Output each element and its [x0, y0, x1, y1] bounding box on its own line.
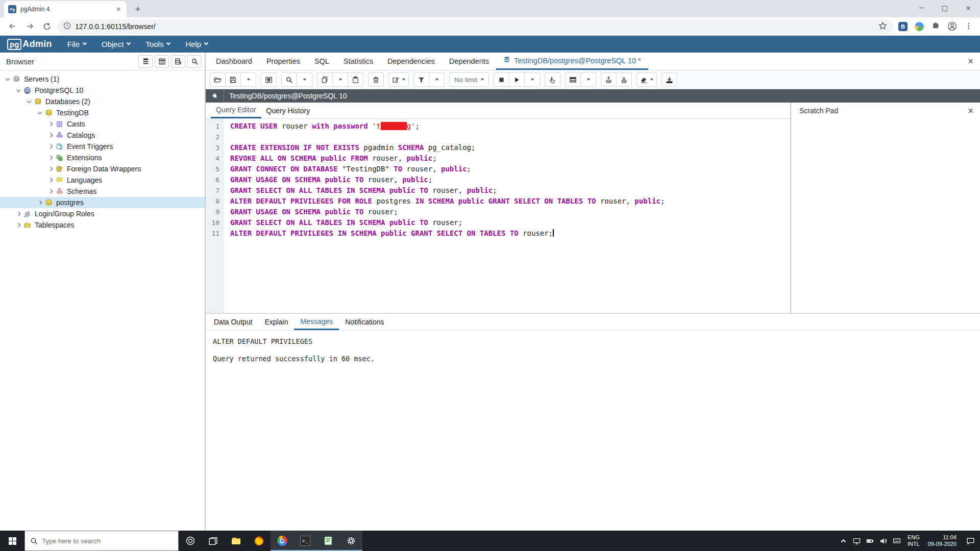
language-indicator[interactable]: ENG INTL [903, 531, 924, 551]
download-button[interactable] [662, 72, 677, 87]
filter-grid-button[interactable] [171, 55, 185, 68]
extension-b-icon[interactable]: B [896, 20, 910, 33]
expand-chevron-icon[interactable] [48, 189, 53, 193]
tray-battery-icon[interactable] [864, 531, 877, 551]
tab-dependencies[interactable]: Dependencies [380, 53, 442, 70]
expand-chevron-icon[interactable] [48, 144, 53, 148]
expand-chevron-icon[interactable] [38, 201, 42, 205]
tree-item-languages[interactable]: Languages [0, 174, 205, 186]
menu-object[interactable]: Object [102, 40, 130, 48]
tab-close-icon[interactable]: × [114, 5, 122, 13]
row-limit-select[interactable]: No limit [449, 72, 489, 87]
action-center-icon[interactable] [961, 531, 980, 551]
chrome-button[interactable] [271, 531, 293, 551]
execute-button[interactable] [509, 72, 525, 87]
search-button[interactable] [187, 55, 202, 68]
code-line[interactable]: 8ALTER DEFAULT PRIVILEGES FOR ROLE postg… [206, 196, 790, 207]
url-bar[interactable]: 127.0.0.1:60115/browser/ [57, 19, 893, 34]
bookmark-star-icon[interactable] [878, 21, 887, 32]
sql-code[interactable]: 1CREATE USER rouser with password 't g';… [206, 119, 790, 313]
code-line[interactable]: 2 [206, 132, 790, 142]
filter-button[interactable] [413, 72, 429, 87]
expand-chevron-icon[interactable] [48, 156, 53, 160]
tree-item-login-group-roles[interactable]: Login/Group Roles [0, 208, 205, 219]
collapse-chevron-icon[interactable] [27, 98, 31, 103]
url-text[interactable]: 127.0.0.1:60115/browser/ [75, 22, 874, 31]
collapse-chevron-icon[interactable] [6, 76, 10, 80]
window-maximize-button[interactable]: □ [933, 0, 957, 15]
filter-dropdown-button[interactable] [429, 72, 445, 87]
rollback-button[interactable] [616, 72, 632, 87]
open-file-button[interactable] [210, 72, 226, 87]
tree-item-servers-1-[interactable]: Servers (1) [0, 73, 205, 85]
tree-item-postgresql-10[interactable]: PostgreSQL 10 [0, 85, 205, 96]
code-line[interactable]: 7GRANT SELECT ON ALL TABLES IN SCHEMA pu… [206, 185, 790, 196]
code-line[interactable]: 11ALTER DEFAULT PRIVILEGES IN SCHEMA pub… [206, 228, 790, 239]
tab-statistics[interactable]: Statistics [336, 53, 380, 70]
window-minimize-button[interactable]: ─ [910, 0, 933, 15]
terminal-button[interactable]: >_ [293, 531, 316, 551]
site-info-icon[interactable] [63, 22, 71, 31]
tab-query-history[interactable]: Query History [261, 103, 315, 118]
notepad-button[interactable] [316, 531, 339, 551]
clear-button[interactable] [636, 72, 657, 87]
tab-data-output[interactable]: Data Output [208, 314, 259, 330]
expand-chevron-icon[interactable] [48, 133, 53, 137]
extension-globe-icon[interactable] [913, 20, 926, 33]
expand-chevron-icon[interactable] [16, 212, 20, 216]
tree-item-databases-2-[interactable]: Databases (2) [0, 96, 205, 107]
tab-properties[interactable]: Properties [259, 53, 307, 70]
browser-tab[interactable]: Pg pgAdmin 4 × [4, 1, 127, 17]
back-icon[interactable] [5, 19, 19, 34]
settings-button[interactable] [339, 531, 362, 551]
explain-options-dropdown[interactable] [580, 72, 596, 87]
execute-dropdown-button[interactable] [524, 72, 540, 87]
tree-item-testingdb[interactable]: TestingDB [0, 107, 205, 118]
browser-menu-icon[interactable] [962, 20, 975, 33]
find-dropdown-button[interactable] [297, 72, 312, 87]
collapse-chevron-icon[interactable] [16, 87, 20, 91]
tab-messages[interactable]: Messages [294, 314, 339, 330]
tab-notifications[interactable]: Notifications [339, 314, 390, 330]
tab-dependents[interactable]: Dependents [442, 53, 496, 70]
menu-file[interactable]: File [67, 40, 86, 48]
code-line[interactable]: 10GRANT SELECT ON ALL TABLES IN SCHEMA p… [206, 217, 790, 228]
start-button[interactable] [0, 531, 24, 551]
tray-keyboard-icon[interactable] [890, 531, 903, 551]
taskbar-clock[interactable]: 11:04 09-09-2020 [924, 531, 961, 551]
tab-dashboard[interactable]: Dashboard [209, 53, 259, 70]
code-line[interactable]: 9GRANT USAGE ON SCHEMA public TO rouser; [206, 207, 790, 217]
code-line[interactable]: 6GRANT USAGE ON SCHEMA public TO rouser,… [206, 174, 790, 185]
copy-dropdown-button[interactable] [332, 72, 348, 87]
forward-icon[interactable] [22, 19, 37, 34]
tree-stack-button[interactable] [138, 55, 153, 68]
edit-grid-button[interactable] [261, 72, 277, 87]
tree-item-casts[interactable]: ƒCasts [0, 118, 205, 130]
edit-dropdown-button[interactable] [388, 72, 409, 87]
menu-tools[interactable]: Tools [145, 40, 170, 48]
tray-monitor-icon[interactable] [850, 531, 864, 551]
expand-chevron-icon[interactable] [48, 167, 53, 171]
explain-button[interactable] [545, 72, 560, 87]
tab-sql[interactable]: SQL [307, 53, 336, 70]
scratch-pad-area[interactable] [791, 119, 980, 313]
tree-item-extensions[interactable]: Extensions [0, 152, 205, 163]
code-line[interactable]: 4REVOKE ALL ON SCHEMA public FROM rouser… [206, 153, 790, 164]
tab-query-editor[interactable]: Query Editor [211, 103, 261, 118]
menu-help[interactable]: Help [185, 40, 208, 48]
expand-chevron-icon[interactable] [48, 178, 53, 182]
firefox-button[interactable] [248, 531, 271, 551]
find-button[interactable] [281, 72, 297, 87]
scratch-pad-close-icon[interactable]: × [967, 106, 974, 115]
cortana-button[interactable] [179, 531, 202, 551]
reload-icon[interactable] [40, 19, 54, 34]
tree-item-event-triggers[interactable]: Event Triggers [0, 141, 205, 152]
window-close-button[interactable]: × [957, 0, 980, 15]
code-line[interactable]: 1CREATE USER rouser with password 't g'; [206, 121, 790, 132]
tab-explain[interactable]: Explain [259, 314, 295, 330]
paste-button[interactable] [348, 72, 363, 87]
stop-button[interactable] [494, 72, 509, 87]
code-line[interactable]: 5GRANT CONNECT ON DATABASE "TestingDB" T… [206, 164, 790, 174]
hidden-icons-chevron[interactable] [837, 531, 850, 551]
profile-avatar-icon[interactable] [945, 20, 959, 33]
